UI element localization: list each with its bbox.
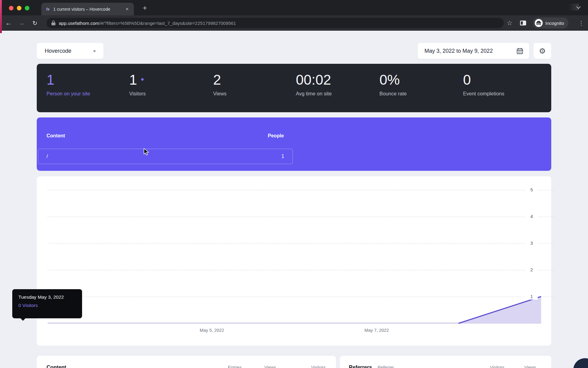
site-selector-button[interactable]: Hovercode bbox=[37, 43, 104, 59]
y-axis-tick: 2 bbox=[526, 266, 538, 273]
y-axis-tick: 4 bbox=[526, 213, 538, 220]
traffic-light-zoom[interactable] bbox=[25, 6, 29, 10]
visitors-column-header[interactable]: Visitors bbox=[490, 365, 504, 368]
stat-value: 1 bbox=[47, 72, 90, 88]
browser-menu-icon[interactable]: ⋮ bbox=[577, 15, 586, 31]
stat-label: Views bbox=[213, 91, 227, 97]
gear-icon: ⚙ bbox=[539, 47, 546, 56]
stats-bar: 1 Person on your site 1 Visitors 2 Views… bbox=[37, 64, 551, 112]
x-axis-label: May 5, 2022 bbox=[190, 328, 233, 333]
calendar-icon bbox=[517, 48, 523, 54]
visitors-chart-card: 5 4 3 2 1 May 5, 2022 May 7, 2022 bbox=[37, 176, 551, 346]
lock-icon bbox=[51, 21, 55, 25]
stat-value: 0 bbox=[463, 72, 504, 88]
forward-icon[interactable]: → bbox=[16, 15, 27, 31]
stat-value: 2 bbox=[213, 72, 227, 88]
referrers-card: Referrers Referrer Visitors Views bbox=[340, 356, 551, 368]
tooltip-date: Tuesday May 3, 2022 bbox=[18, 294, 76, 300]
incognito-label: Incognito bbox=[545, 21, 564, 26]
chart-tooltip: Tuesday May 3, 2022 0 Visitors bbox=[12, 289, 82, 318]
live-people-count: 1 bbox=[281, 154, 284, 159]
live-visitors-panel: Content People / 1 bbox=[37, 117, 551, 171]
y-axis-tick: 1 bbox=[526, 293, 538, 300]
traffic-light-minimize[interactable] bbox=[17, 6, 21, 10]
stat-avg-time[interactable]: 00:02 Avg time on site bbox=[296, 64, 332, 97]
stat-views[interactable]: 2 Views bbox=[213, 64, 227, 97]
incognito-icon bbox=[535, 19, 543, 27]
stat-label: Avg time on site bbox=[296, 91, 332, 97]
referrers-card-title: Referrers bbox=[349, 364, 372, 368]
screen: fa 1 current visitors – Hovercode × + ← … bbox=[0, 0, 588, 368]
stat-person-on-site[interactable]: 1 Person on your site bbox=[47, 64, 90, 97]
side-panel-icon[interactable] bbox=[520, 21, 526, 27]
live-content-row[interactable]: / 1 bbox=[38, 149, 293, 164]
stat-label: Person on your site bbox=[47, 91, 90, 97]
x-axis-label: May 7, 2022 bbox=[355, 328, 398, 333]
fathom-favicon-icon: fa bbox=[45, 6, 51, 12]
date-range-button[interactable]: May 3, 2022 to May 9, 2022 bbox=[418, 43, 529, 59]
y-axis-tick: 5 bbox=[526, 186, 538, 193]
reload-icon[interactable]: ↻ bbox=[29, 15, 40, 31]
stat-event-completions[interactable]: 0 Event completions bbox=[463, 64, 504, 97]
chat-widget-button[interactable] bbox=[573, 358, 588, 368]
y-axis-tick: 3 bbox=[526, 240, 538, 246]
url-text: app.usefathom.com/#/?filters=%5B%5D&rang… bbox=[59, 21, 236, 26]
mouse-cursor-icon bbox=[143, 148, 150, 157]
stat-value: 1 bbox=[129, 72, 146, 88]
content-card: Content Entries Views Visitors bbox=[37, 356, 336, 368]
back-icon[interactable]: ← bbox=[3, 15, 14, 31]
stat-value: 00:02 bbox=[296, 72, 332, 88]
browser-tab[interactable]: fa 1 current visitors – Hovercode × bbox=[41, 3, 134, 15]
tab-strip: fa 1 current visitors – Hovercode × + bbox=[0, 0, 588, 15]
stat-bounce-rate[interactable]: 0% Bounce rate bbox=[379, 64, 407, 97]
live-dot bbox=[141, 78, 144, 81]
settings-button[interactable]: ⚙ bbox=[533, 43, 551, 59]
desktop-wallpaper-sliver bbox=[0, 0, 2, 33]
browser-toolbar: ← → ↻ app.usefathom.com/#/?filters=%5B%5… bbox=[0, 15, 588, 31]
date-range-label: May 3, 2022 to May 9, 2022 bbox=[424, 48, 493, 54]
stat-label: Bounce rate bbox=[379, 91, 407, 97]
views-column-header[interactable]: Views bbox=[264, 365, 276, 368]
stat-label: Event completions bbox=[463, 91, 504, 97]
bookmark-star-icon[interactable]: ☆ bbox=[505, 15, 514, 31]
site-status-dot bbox=[93, 50, 96, 52]
incognito-badge: Incognito bbox=[533, 17, 568, 29]
address-bar[interactable]: app.usefathom.com/#/?filters=%5B%5D&rang… bbox=[47, 18, 504, 28]
visitors-area-chart bbox=[47, 182, 541, 324]
live-content-path: / bbox=[47, 154, 48, 159]
site-name: Hovercode bbox=[45, 48, 71, 54]
people-column-header: People bbox=[37, 133, 284, 139]
new-tab-button[interactable]: + bbox=[141, 4, 149, 12]
referrer-column-header[interactable]: Referrer bbox=[378, 365, 394, 368]
stat-label: Visitors bbox=[129, 91, 146, 97]
views-column-header[interactable]: Views bbox=[524, 365, 536, 368]
tooltip-visitors: 0 Visitors bbox=[18, 303, 76, 308]
close-tab-icon[interactable]: × bbox=[124, 6, 130, 12]
visitors-column-header[interactable]: Visitors bbox=[311, 365, 326, 368]
content-card-title: Content bbox=[47, 364, 66, 368]
entries-column-header[interactable]: Entries bbox=[228, 365, 242, 368]
tab-title: 1 current visitors – Hovercode bbox=[53, 7, 124, 12]
stat-value: 0% bbox=[379, 72, 407, 88]
traffic-light-close[interactable] bbox=[9, 6, 13, 10]
stat-visitors[interactable]: 1 Visitors bbox=[129, 64, 146, 97]
